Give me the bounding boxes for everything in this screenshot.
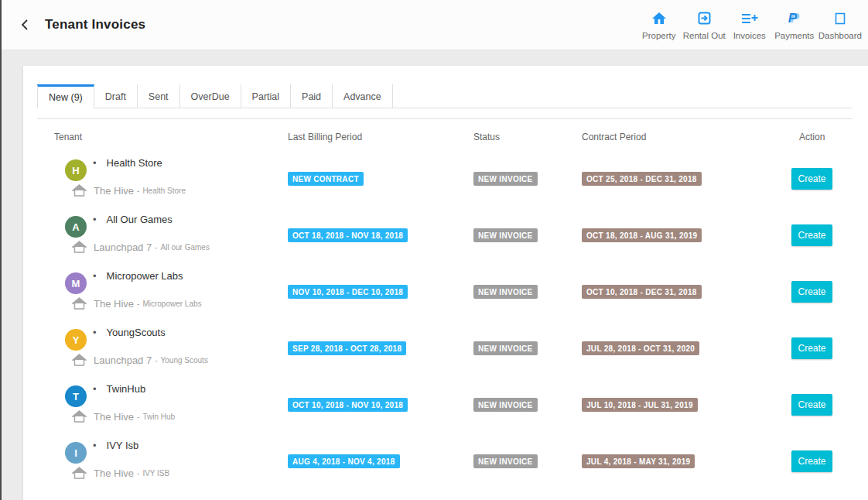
contract-period-cell: OCT 18, 2018 - AUG 31, 2019 <box>582 207 799 263</box>
status-cell: NEW INVOICE <box>473 263 582 320</box>
create-button[interactable]: Create <box>791 394 832 416</box>
tab-new[interactable]: New (9) <box>37 84 94 108</box>
status-badge: NEW INVOICE <box>473 285 538 299</box>
page-title: Tenant Invoices <box>45 17 145 33</box>
tenant-property-line: The Hive - Micropower Labs <box>72 297 202 310</box>
bullet-icon: • <box>93 157 97 169</box>
property-name: The Hive <box>94 185 134 197</box>
bullet-icon: • <box>93 440 97 451</box>
nav-label: Payments <box>774 31 814 40</box>
unit-name: All our Games <box>161 243 210 252</box>
nav-invoices[interactable]: Invoices <box>727 4 772 46</box>
separator: - <box>137 187 139 195</box>
nav-dashboard[interactable]: Dashboard <box>817 4 863 46</box>
chevron-left-icon <box>20 18 29 32</box>
billing-period-badge: OCT 18, 2018 - NOV 18, 2018 <box>288 228 408 242</box>
tab-sent[interactable]: Sent <box>138 84 180 108</box>
tenant-property-line: The Hive - Twin Hub <box>72 410 175 423</box>
invoice-status-tabs: New (9) Draft Sent OverDue Partial Paid … <box>37 84 853 108</box>
tenant-name-line: • Micropower Labs <box>54 263 288 282</box>
create-button[interactable]: Create <box>791 224 832 246</box>
nav-payments[interactable]: PP Payments <box>772 4 817 46</box>
tenant-cell: I • IVY Isb The Hive - IVY ISB <box>54 433 288 489</box>
property-name: Launchpad 7 <box>94 354 152 366</box>
status-badge: NEW INVOICE <box>473 398 538 412</box>
billing-period-badge: SEP 28, 2018 - OCT 28, 2018 <box>288 341 406 355</box>
tenant-property-line: The Hive - IVY ISB <box>72 467 169 479</box>
table-row: H • Health Store The Hive - Health Store… <box>37 150 853 207</box>
status-cell: NEW INVOICE <box>473 320 582 376</box>
table-row: A • All Our Games Launchpad 7 - All our … <box>37 207 853 263</box>
app-header: Tenant Invoices Property <box>2 0 868 50</box>
unit-name: Health Store <box>142 187 186 195</box>
tenant-name[interactable]: TwinHub <box>107 383 146 395</box>
header-nav: Property Rental Out <box>637 4 863 46</box>
table-header: Tenant Last Billing Period Status Contra… <box>37 119 853 150</box>
separator: - <box>137 469 139 478</box>
back-button[interactable] <box>15 15 34 34</box>
billing-period-cell: SEP 28, 2018 - OCT 28, 2018 <box>288 320 473 376</box>
table-row: T • TwinHub The Hive - Twin Hub OCT 10, … <box>37 376 853 433</box>
col-status: Status <box>473 132 582 142</box>
avatar: A <box>65 216 87 238</box>
nav-property[interactable]: Property <box>637 4 682 46</box>
home-icon <box>651 12 667 26</box>
status-cell: NEW INVOICE <box>473 150 582 207</box>
create-button[interactable]: Create <box>791 168 832 190</box>
tenant-cell: T • TwinHub The Hive - Twin Hub <box>54 376 288 433</box>
create-button[interactable]: Create <box>791 337 832 359</box>
tenant-name-line: • YoungScouts <box>54 320 288 338</box>
col-billing-period: Last Billing Period <box>288 132 473 142</box>
tenant-cell: H • Health Store The Hive - Health Store <box>54 150 288 207</box>
action-cell: Create <box>799 263 853 320</box>
property-name: The Hive <box>94 467 134 479</box>
invoice-table: Tenant Last Billing Period Status Contra… <box>37 118 853 489</box>
table-row: I • IVY Isb The Hive - IVY ISB AUG 4, 20… <box>37 433 853 489</box>
tab-advance[interactable]: Advance <box>333 84 393 108</box>
separator: - <box>155 243 157 252</box>
action-cell: Create <box>799 207 853 263</box>
dashboard-icon <box>835 12 846 26</box>
contract-period-cell: OCT 25, 2018 - DEC 31, 2018 <box>582 150 799 207</box>
tab-overdue[interactable]: OverDue <box>180 84 241 108</box>
nav-label: Dashboard <box>818 31 862 40</box>
separator: - <box>137 413 139 421</box>
tenant-property-line: Launchpad 7 - Young Scouts <box>72 354 208 366</box>
contract-period-cell: JUL 10, 2018 - JUL 31, 2019 <box>582 376 799 433</box>
contract-period-badge: JUL 28, 2018 - OCT 31, 2020 <box>582 341 699 355</box>
separator: - <box>155 356 157 365</box>
tenant-name[interactable]: IVY Isb <box>107 440 139 451</box>
tenant-name[interactable]: YoungScouts <box>107 327 166 338</box>
home-icon <box>72 354 87 366</box>
table-row: M • Micropower Labs The Hive - Micropowe… <box>37 263 853 320</box>
tab-partial[interactable]: Partial <box>241 84 291 108</box>
contract-period-cell: OCT 10, 2018 - DEC 31, 2018 <box>582 263 799 320</box>
separator: - <box>137 300 139 308</box>
avatar: Y <box>65 329 87 351</box>
tenant-name[interactable]: Health Store <box>107 157 162 169</box>
tenant-name[interactable]: All Our Games <box>107 214 173 225</box>
col-contract-period: Contract Period <box>582 132 799 142</box>
tenant-cell: Y • YoungScouts Launchpad 7 - Young Scou… <box>54 320 288 376</box>
tab-draft[interactable]: Draft <box>94 84 138 108</box>
billing-period-badge: NEW CONTRACT <box>288 172 364 186</box>
tab-paid[interactable]: Paid <box>291 84 333 108</box>
nav-label: Property <box>642 31 675 40</box>
status-badge: NEW INVOICE <box>473 341 538 355</box>
billing-period-cell: AUG 4, 2018 - NOV 4, 2018 <box>288 433 473 489</box>
billing-period-cell: OCT 10, 2018 - NOV 10, 2018 <box>288 376 473 433</box>
avatar: M <box>65 272 87 294</box>
create-button[interactable]: Create <box>791 450 832 472</box>
avatar: H <box>65 159 87 181</box>
property-name: Launchpad 7 <box>94 241 152 253</box>
contract-period-badge: JUL 4, 2018 - MAY 31, 2019 <box>582 454 695 468</box>
create-button[interactable]: Create <box>791 281 832 303</box>
bullet-icon: • <box>93 214 97 225</box>
contract-period-badge: OCT 18, 2018 - AUG 31, 2019 <box>582 228 702 242</box>
col-tenant: Tenant <box>54 132 288 142</box>
billing-period-cell: NEW CONTRACT <box>288 150 473 207</box>
contract-period-badge: OCT 25, 2018 - DEC 31, 2018 <box>582 172 702 186</box>
unit-name: Micropower Labs <box>142 300 201 308</box>
nav-rental-out[interactable]: Rental Out <box>682 4 727 46</box>
tenant-name[interactable]: Micropower Labs <box>107 270 183 282</box>
